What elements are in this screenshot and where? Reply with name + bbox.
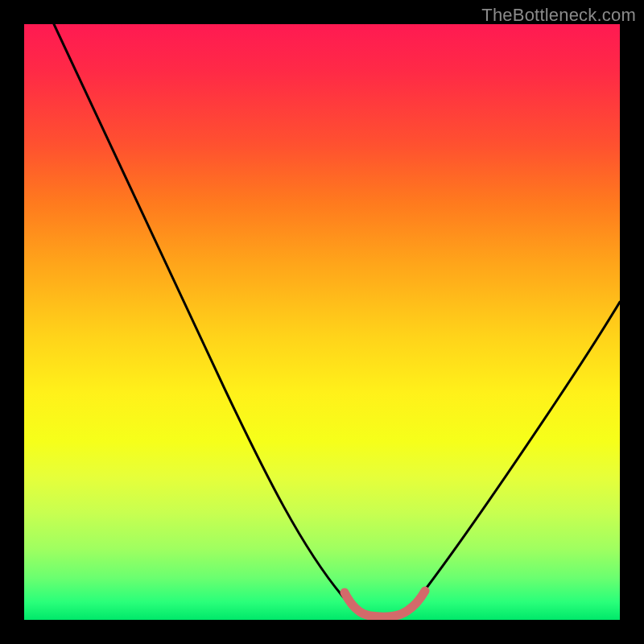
chart-frame: TheBottleneck.com [0, 0, 644, 644]
valley-marker [24, 24, 620, 620]
plot-area [24, 24, 620, 620]
watermark-text: TheBottleneck.com [481, 5, 636, 26]
